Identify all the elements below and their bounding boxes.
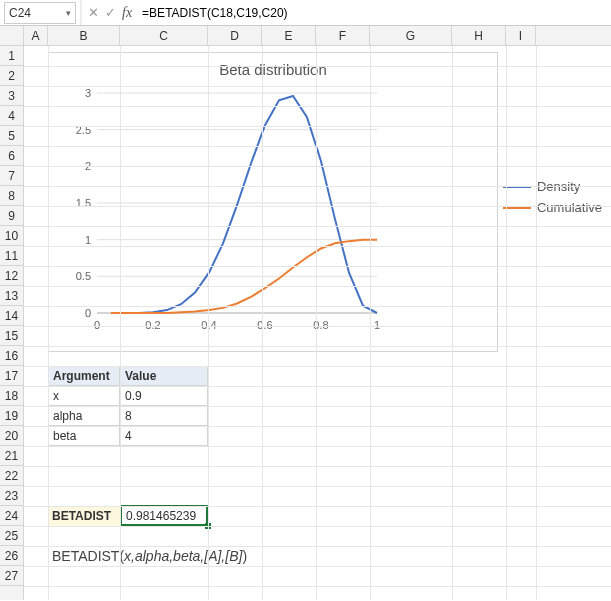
cell-reference: C24 xyxy=(9,6,31,20)
row-header[interactable]: 27 xyxy=(0,566,23,586)
row-headers: 1234567891011121314151617181920212223242… xyxy=(0,46,24,600)
svg-text:0: 0 xyxy=(85,307,91,319)
fx-icon[interactable]: fx xyxy=(122,5,132,21)
table-header-argument: Argument xyxy=(48,366,120,386)
chart[interactable]: Beta distribution 00.511.522.5300.20.40.… xyxy=(48,52,498,352)
col-header[interactable]: G xyxy=(370,26,452,45)
row-header[interactable]: 8 xyxy=(0,186,23,206)
legend-label: Cumulative xyxy=(537,200,602,215)
col-header[interactable]: A xyxy=(24,26,48,45)
row-header[interactable]: 10 xyxy=(0,226,23,246)
column-headers: ABCDEFGHI xyxy=(24,26,611,46)
row-header[interactable]: 11 xyxy=(0,246,23,266)
col-header[interactable]: C xyxy=(120,26,208,45)
table-cell[interactable]: 8 xyxy=(120,406,208,426)
row-header[interactable]: 26 xyxy=(0,546,23,566)
chart-plot: 00.511.522.5300.20.40.60.81 xyxy=(57,83,397,343)
formula-bar: C24 ▾ ✕ ✓ fx xyxy=(0,0,611,26)
row-header[interactable]: 20 xyxy=(0,426,23,446)
table-cell[interactable]: alpha xyxy=(48,406,120,426)
svg-text:0.2: 0.2 xyxy=(145,319,160,331)
row-header[interactable]: 17 xyxy=(0,366,23,386)
svg-text:1: 1 xyxy=(374,319,380,331)
selected-cell[interactable]: 0.981465239 xyxy=(120,505,208,526)
svg-text:0.5: 0.5 xyxy=(76,270,91,282)
row-header[interactable]: 15 xyxy=(0,326,23,346)
syntax-text: BETADIST(x,alpha,beta,[A],[B] ) xyxy=(48,546,448,566)
cancel-icon[interactable]: ✕ xyxy=(88,5,99,20)
row-header[interactable]: 13 xyxy=(0,286,23,306)
name-box[interactable]: C24 ▾ xyxy=(4,2,76,24)
row-header[interactable]: 23 xyxy=(0,486,23,506)
row-header[interactable]: 2 xyxy=(0,66,23,86)
row-header[interactable]: 14 xyxy=(0,306,23,326)
col-header[interactable]: D xyxy=(208,26,262,45)
row-header[interactable]: 22 xyxy=(0,466,23,486)
row-header[interactable]: 18 xyxy=(0,386,23,406)
chart-title: Beta distribution xyxy=(49,61,497,78)
svg-text:0: 0 xyxy=(94,319,100,331)
result-label[interactable]: BETADIST xyxy=(48,506,120,526)
row-header[interactable]: 3 xyxy=(0,86,23,106)
svg-text:0.4: 0.4 xyxy=(201,319,216,331)
svg-text:1: 1 xyxy=(85,234,91,246)
svg-text:0.6: 0.6 xyxy=(257,319,272,331)
svg-text:3: 3 xyxy=(85,87,91,99)
formula-input[interactable] xyxy=(138,6,611,20)
row-header[interactable]: 16 xyxy=(0,346,23,366)
row-header[interactable]: 1 xyxy=(0,46,23,66)
table-cell[interactable]: 4 xyxy=(120,426,208,446)
col-header[interactable]: I xyxy=(506,26,536,45)
svg-text:1.5: 1.5 xyxy=(76,197,91,209)
row-header[interactable]: 19 xyxy=(0,406,23,426)
col-header[interactable]: H xyxy=(452,26,506,45)
table-cell[interactable]: 0.9 xyxy=(120,386,208,406)
legend-item-cumulative: Cumulative xyxy=(503,200,602,215)
col-header[interactable]: E xyxy=(262,26,316,45)
row-header[interactable]: 24 xyxy=(0,506,23,526)
row-header[interactable]: 25 xyxy=(0,526,23,546)
chart-legend: Density Cumulative xyxy=(503,173,602,221)
row-header[interactable]: 4 xyxy=(0,106,23,126)
row-header[interactable]: 7 xyxy=(0,166,23,186)
col-header[interactable]: F xyxy=(316,26,370,45)
row-header[interactable]: 21 xyxy=(0,446,23,466)
chevron-down-icon[interactable]: ▾ xyxy=(66,8,71,18)
row-header[interactable]: 12 xyxy=(0,266,23,286)
spreadsheet: ABCDEFGHI 123456789101112131415161718192… xyxy=(0,26,611,600)
table-header-value: Value xyxy=(120,366,208,386)
select-all-corner[interactable] xyxy=(0,26,24,46)
table-cell[interactable]: beta xyxy=(48,426,120,446)
grid[interactable]: Beta distribution 00.511.522.5300.20.40.… xyxy=(24,46,611,600)
row-header[interactable]: 9 xyxy=(0,206,23,226)
col-header[interactable]: B xyxy=(48,26,120,45)
table-cell[interactable]: x xyxy=(48,386,120,406)
row-header[interactable]: 6 xyxy=(0,146,23,166)
accept-icon[interactable]: ✓ xyxy=(105,5,116,20)
row-header[interactable]: 5 xyxy=(0,126,23,146)
formula-bar-icons: ✕ ✓ fx xyxy=(82,5,138,21)
